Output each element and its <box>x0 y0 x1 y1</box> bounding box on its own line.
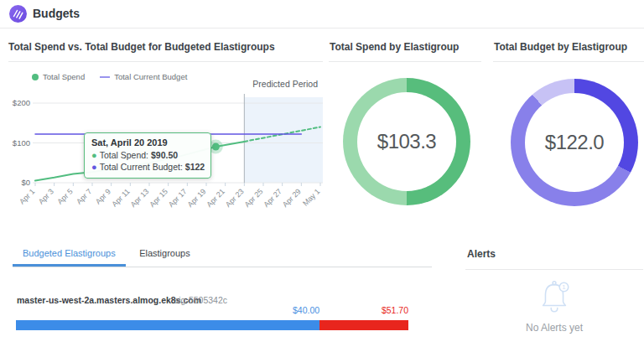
svg-text:$100: $100 <box>13 138 30 148</box>
panel-divider <box>465 269 643 270</box>
svg-text:Apr 5: Apr 5 <box>55 187 74 205</box>
bell-icon: 1 <box>535 278 574 319</box>
svg-text:Apr 21: Apr 21 <box>205 187 226 209</box>
legend-item-total-current-budget[interactable]: Total Current Budget <box>100 72 187 81</box>
tab-elastigroups[interactable]: Elastigroups <box>129 241 200 267</box>
budget-amount-label: $40.00 <box>16 305 319 315</box>
page-title: Budgets <box>33 0 80 27</box>
tabs: Budgeted Elastigroups Elastigroups <box>13 241 432 267</box>
tooltip-row-budget: ●Total Current Budget: $122 <box>91 161 204 173</box>
total-spend-title: Total Spend by Elastigroup <box>330 41 459 53</box>
svg-text:Apr 29: Apr 29 <box>281 187 303 209</box>
panel-divider <box>8 61 323 62</box>
total-spend-donut[interactable]: $103.3 <box>343 78 470 205</box>
elastigroup-sig: sig-5505342c <box>174 295 227 305</box>
svg-text:Apr 7: Apr 7 <box>75 187 93 205</box>
tab-budgeted-elastigroups[interactable]: Budgeted Elastigroups <box>13 241 126 267</box>
svg-text:Apr 17: Apr 17 <box>167 187 189 209</box>
total-spend-panel: Total Spend by Elastigroup $103.3 <box>329 35 481 236</box>
spend-amount-label: $51.70 <box>382 305 408 315</box>
legend-dot-icon <box>32 74 39 80</box>
svg-text:Apr 3: Apr 3 <box>37 187 55 205</box>
chart-tooltip: Sat, April 20 2019 ●Total Spend: $90.50 … <box>84 132 211 179</box>
alerts-panel: Alerts 1 No Alerts yet <box>465 241 643 347</box>
total-budget-title: Total Budget by Elastigroup <box>494 41 627 53</box>
panel-divider <box>329 61 481 62</box>
svg-text:Apr 23: Apr 23 <box>224 187 246 209</box>
budget-bar-labels: $40.00 $51.70 <box>16 305 408 317</box>
tooltip-row-spend: ●Total Spend: $90.50 <box>91 149 204 161</box>
bar-segment-budget <box>16 320 319 330</box>
budget-bullet-icon: ● <box>91 162 97 172</box>
svg-text:Apr 19: Apr 19 <box>186 187 208 209</box>
elastigroups-section: Budgeted Elastigroups Elastigroups maste… <box>8 241 432 347</box>
total-budget-value: $122.0 <box>525 93 624 192</box>
alerts-title: Alerts <box>467 248 496 260</box>
tooltip-date: Sat, April 20 2019 <box>91 137 204 148</box>
legend-label: Total Spend <box>43 72 85 81</box>
header: Budgets <box>0 0 644 28</box>
svg-text:$0: $0 <box>21 178 30 187</box>
total-budget-donut[interactable]: $122.0 <box>511 79 638 206</box>
spotinst-logo-icon <box>9 5 27 23</box>
spend-vs-budget-panel: Total Spend vs. Total Budget for Budgete… <box>8 35 323 236</box>
svg-text:Apr 25: Apr 25 <box>243 187 265 209</box>
panel-divider <box>493 61 644 62</box>
tooltip-budget-value: $122 <box>185 162 205 172</box>
total-spend-value: $103.3 <box>357 92 456 191</box>
spend-vs-budget-title: Total Spend vs. Total Budget for Budgete… <box>8 41 275 53</box>
no-alerts-text: No Alerts yet <box>465 322 643 334</box>
spend-bullet-icon: ● <box>91 150 97 160</box>
svg-text:Apr 11: Apr 11 <box>110 187 131 208</box>
chart-legend: Total Spend Total Current Budget <box>32 72 187 81</box>
svg-text:Apr 27: Apr 27 <box>262 187 283 209</box>
budget-bar[interactable] <box>16 320 408 330</box>
bar-segment-overspend <box>319 320 408 330</box>
total-budget-panel: Total Budget by Elastigroup $122.0 <box>493 35 644 236</box>
legend-dash-icon <box>100 76 110 78</box>
svg-text:Apr 15: Apr 15 <box>148 187 169 209</box>
svg-text:$200: $200 <box>13 98 30 107</box>
svg-text:May 1: May 1 <box>301 187 321 207</box>
svg-text:1: 1 <box>562 283 565 291</box>
tooltip-spend-value: $90.50 <box>151 150 178 160</box>
legend-item-total-spend[interactable]: Total Spend <box>32 72 85 81</box>
svg-text:Apr 13: Apr 13 <box>129 187 151 209</box>
svg-text:Apr 1: Apr 1 <box>18 187 36 205</box>
legend-label: Total Current Budget <box>114 72 187 81</box>
